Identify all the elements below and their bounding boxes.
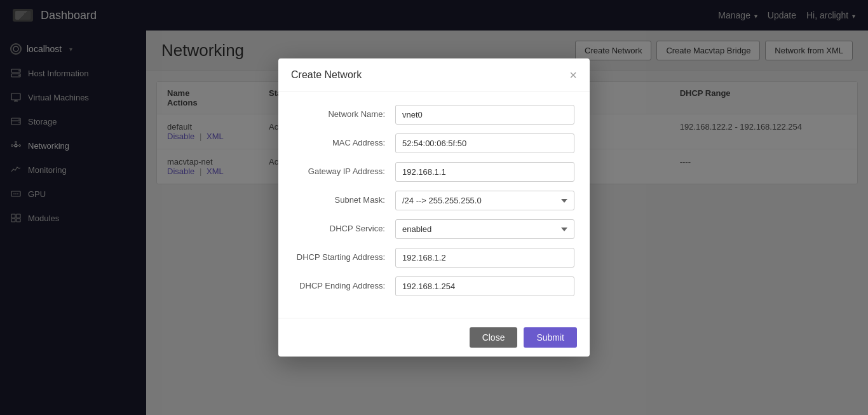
modal-overlay: Create Network × Network Name: MAC Addre… xyxy=(0,0,868,415)
gateway-ip-input[interactable] xyxy=(395,162,574,182)
submit-button[interactable]: Submit xyxy=(524,327,577,348)
mac-address-input[interactable] xyxy=(395,133,574,153)
dhcp-service-select[interactable]: enabled disabled xyxy=(395,219,574,239)
gateway-ip-label: Gateway IP Address: xyxy=(294,162,395,176)
dhcp-service-label: DHCP Service: xyxy=(294,219,395,233)
subnet-mask-select[interactable]: /24 --> 255.255.255.0 /16 --> 255.255.0.… xyxy=(395,191,574,210)
subnet-mask-group: Subnet Mask: /24 --> 255.255.255.0 /16 -… xyxy=(294,191,574,210)
dhcp-service-group: DHCP Service: enabled disabled xyxy=(294,219,574,239)
dhcp-starting-group: DHCP Starting Address: xyxy=(294,248,574,268)
create-network-modal: Create Network × Network Name: MAC Addre… xyxy=(278,58,590,357)
dhcp-ending-input[interactable] xyxy=(395,276,574,296)
dhcp-starting-label: DHCP Starting Address: xyxy=(294,248,395,262)
dhcp-starting-input[interactable] xyxy=(395,248,574,268)
modal-footer: Close Submit xyxy=(278,318,590,357)
dhcp-ending-group: DHCP Ending Address: xyxy=(294,276,574,296)
modal-close-button[interactable]: × xyxy=(569,69,577,81)
modal-title: Create Network xyxy=(291,69,362,81)
network-name-label: Network Name: xyxy=(294,105,395,119)
network-name-input[interactable] xyxy=(395,105,574,125)
gateway-ip-group: Gateway IP Address: xyxy=(294,162,574,182)
modal-header: Create Network × xyxy=(278,58,590,92)
network-name-group: Network Name: xyxy=(294,105,574,125)
modal-body: Network Name: MAC Address: Gateway IP Ad… xyxy=(278,92,590,318)
subnet-mask-label: Subnet Mask: xyxy=(294,191,395,205)
mac-address-group: MAC Address: xyxy=(294,133,574,153)
mac-address-label: MAC Address: xyxy=(294,133,395,147)
close-button[interactable]: Close xyxy=(470,327,518,348)
dhcp-ending-label: DHCP Ending Address: xyxy=(294,276,395,290)
